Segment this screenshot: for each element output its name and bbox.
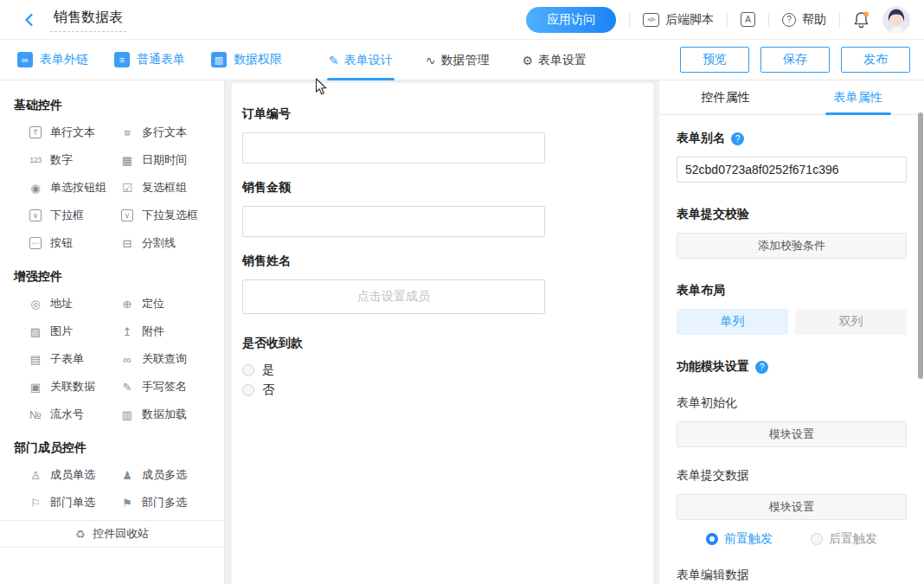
form-alias-input[interactable] [677, 157, 907, 183]
tab-data-management-label: 数据管理 [440, 53, 489, 68]
preview-button[interactable]: 预览 [680, 47, 749, 73]
control-number[interactable]: 123 数字 [28, 146, 119, 174]
control-data-load[interactable]: ▥ 数据加载 [119, 401, 212, 428]
properties-panel-body: 表单别名 ? 表单提交校验 添加校验条件 表单布局 单列 双列 功能模块设置 ?… [659, 115, 924, 584]
control-department-multi[interactable]: ⚑ 部门多选 [119, 489, 212, 517]
control-single-line-text[interactable]: T 单行文本 [28, 119, 119, 146]
pencil-doc-icon: ✎ [329, 54, 339, 67]
form-layout-label: 表单布局 [677, 283, 907, 298]
form-design-canvas[interactable]: 订单编号 销售金额 销售姓名 点击设置成员 是否收到款 是 否 [232, 83, 653, 584]
form-submit-module-settings-button[interactable]: 模块设置 [677, 494, 907, 520]
pre-trigger-radio[interactable]: 前置触发 [706, 531, 773, 547]
section-title-basic-controls: 基础控件 [14, 98, 212, 113]
control-divider-line[interactable]: ⊟ 分割线 [119, 229, 212, 257]
control-label: 下拉框 [50, 208, 84, 223]
tab-control-properties[interactable]: 控件属性 [659, 80, 792, 114]
control-label: 地址 [50, 296, 73, 311]
control-radio-group[interactable]: ◉ 单选按钮组 [28, 174, 119, 202]
tab-form-settings[interactable]: ⚙ 表单设置 [522, 40, 587, 80]
radio-label: 否 [262, 382, 274, 398]
form-external-link-button[interactable]: ∞ 表单外链 [17, 52, 88, 67]
link-icon: ∞ [17, 52, 33, 67]
tab-form-properties[interactable]: 表单属性 [792, 80, 924, 114]
layout-single-column-button[interactable]: 单列 [677, 309, 788, 335]
save-button[interactable]: 保存 [760, 47, 830, 73]
panel-scrollbar-thumb[interactable] [918, 112, 923, 379]
radio-option-no[interactable]: 否 [242, 380, 643, 400]
layout-double-column-button[interactable]: 双列 [795, 309, 907, 335]
button-icon: ⋯ [29, 237, 42, 249]
form-title[interactable]: 销售数据表 [50, 7, 126, 32]
people-icon: ♟ [119, 470, 135, 481]
control-linked-query[interactable]: ∞ 关联查询 [119, 345, 212, 373]
backend-script-label: 后端脚本 [665, 12, 714, 28]
order-number-input[interactable] [242, 132, 545, 164]
control-multi-dropdown[interactable]: ∨ 下拉复选框 [119, 202, 212, 229]
help-button[interactable]: ? 帮助 [782, 12, 826, 28]
control-department-single[interactable]: ⚐ 部门单选 [28, 489, 119, 517]
control-linked-data[interactable]: ▣ 关联数据 [28, 373, 119, 401]
app-access-button[interactable]: 应用访问 [526, 7, 616, 33]
tab-data-management[interactable]: ∿ 数据管理 [426, 40, 490, 80]
publish-button[interactable]: 发布 [841, 47, 910, 73]
back-button[interactable] [19, 10, 40, 30]
radio-option-yes[interactable]: 是 [242, 360, 643, 380]
form-field-sales-name[interactable]: 销售姓名 点击设置成员 [242, 253, 643, 314]
form-init-module-settings-button[interactable]: 模块设置 [677, 421, 907, 447]
member-picker[interactable]: 点击设置成员 [242, 279, 545, 314]
form-external-link-label: 表单外链 [40, 52, 88, 67]
add-validation-button[interactable]: 添加校验条件 [677, 233, 907, 259]
control-member-single[interactable]: ♙ 成员单选 [28, 461, 119, 489]
bar-chart-icon: ▥ [211, 52, 227, 67]
user-avatar[interactable] [882, 6, 910, 34]
control-label: 按钮 [50, 235, 73, 251]
toolbar-link-group: ∞ 表单外链 ≡ 普通表单 ▥ 数据权限 [17, 40, 282, 80]
form-field-sales-amount[interactable]: 销售金额 [242, 180, 643, 237]
form-init-label: 表单初始化 [677, 395, 907, 411]
control-serial-number[interactable]: № 流水号 [28, 401, 119, 428]
control-handwritten-signature[interactable]: ✎ 手写签名 [119, 373, 212, 401]
tab-form-design[interactable]: ✎ 表单设计 [329, 40, 393, 80]
control-dropdown[interactable]: ∨ 下拉框 [28, 202, 119, 229]
control-button[interactable]: ⋯ 按钮 [28, 229, 119, 257]
control-address[interactable]: ◎ 地址 [28, 290, 119, 318]
crosshair-icon: ⊕ [119, 298, 135, 310]
form-field-order-number[interactable]: 订单编号 [242, 106, 643, 164]
post-trigger-radio[interactable]: 后置触发 [811, 531, 877, 547]
control-label: 数字 [50, 152, 73, 168]
member-picker-placeholder: 点击设置成员 [357, 289, 430, 305]
sales-amount-input[interactable] [242, 206, 545, 237]
data-permission-button[interactable]: ▥ 数据权限 [211, 52, 282, 67]
form-field-payment-received[interactable]: 是否收到款 是 否 [242, 336, 643, 400]
control-date-time[interactable]: ▦ 日期时间 [119, 146, 212, 174]
notification-bell-button[interactable] [853, 10, 869, 29]
submit-validation-label: 表单提交校验 [677, 207, 907, 222]
control-checkbox-group[interactable]: ☑ 复选框组 [119, 174, 212, 202]
form-submit-data-label: 表单提交数据 [677, 468, 907, 484]
serial-number-icon: № [28, 409, 43, 420]
help-question-icon[interactable]: ? [731, 132, 744, 145]
control-subform[interactable]: ▤ 子表单 [28, 345, 119, 373]
label-text: 功能模块设置 [677, 359, 749, 375]
help-icon: ? [782, 13, 796, 27]
checkbox-icon: ☑ [119, 183, 135, 194]
control-label: 子表单 [50, 351, 84, 367]
recycle-icon: ♻ [75, 529, 86, 540]
control-member-multi[interactable]: ♟ 成员多选 [119, 461, 212, 489]
control-multi-line-text[interactable]: ≡ 多行文本 [119, 119, 212, 146]
control-image[interactable]: ▨ 图片 [28, 318, 119, 345]
radio-unselected-icon [811, 533, 823, 545]
help-question-icon[interactable]: ? [755, 361, 768, 374]
control-attachment[interactable]: ↥ 附件 [119, 318, 212, 345]
link-query-icon: ∞ [119, 354, 135, 365]
control-location[interactable]: ⊕ 定位 [119, 290, 212, 318]
translate-button[interactable]: A [741, 12, 755, 27]
normal-form-button[interactable]: ≡ 普通表单 [114, 52, 185, 67]
control-label: 成员多选 [142, 467, 187, 483]
paragraph-icon: ≡ [119, 127, 135, 138]
section-title-department-member-controls: 部门成员控件 [14, 440, 212, 456]
control-recycle-bin-button[interactable]: ♻ 控件回收站 [0, 520, 224, 548]
topbar-right-group: 应用访问 </> 后端脚本 A ? 帮助 [526, 6, 910, 34]
toolbar-action-group: 预览 保存 发布 [680, 47, 910, 73]
backend-script-button[interactable]: </> 后端脚本 [643, 12, 714, 28]
